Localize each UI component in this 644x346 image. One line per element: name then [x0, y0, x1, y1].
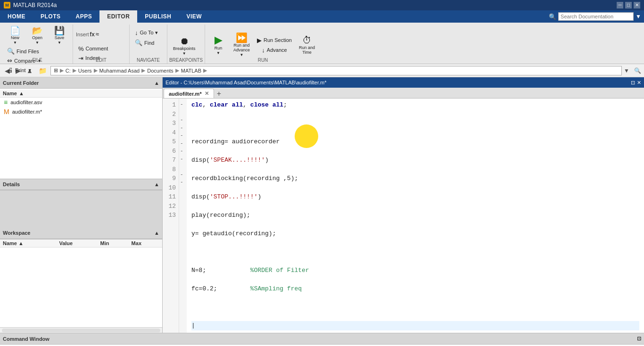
workspace-header: Workspace ▲ — [0, 228, 162, 239]
breadcrumb-documents[interactable]: Documents — [147, 68, 173, 74]
code-editor[interactable]: 1 2 3 4 5 6 7 8 9 10 11 12 13 - — [163, 99, 644, 333]
save-dropdown-icon: ▼ — [58, 41, 61, 45]
file-list-header[interactable]: Name ▲ — [0, 90, 162, 98]
new-button[interactable]: 📄 New ▼ — [5, 25, 25, 47]
close-button[interactable]: ✕ — [634, 2, 640, 8]
search-folder-icon[interactable]: 🔍 — [634, 67, 641, 74]
horizontal-scrollbar[interactable] — [0, 327, 162, 333]
breadcrumb-users[interactable]: Users — [78, 68, 92, 74]
details-header: Details ▲ — [0, 179, 162, 190]
maximize-button[interactable]: □ — [625, 2, 632, 8]
command-window-expand-icon[interactable]: ⊡ — [637, 336, 641, 342]
run-advance-dropdown-icon: ▼ — [240, 53, 244, 57]
command-window: Command Window ⊡ ℹ New to MATLAB? Watch … — [0, 333, 644, 346]
tab-plots[interactable]: PLOTS — [33, 10, 68, 23]
tab-add-button[interactable]: + — [215, 90, 223, 98]
breakpoints-button[interactable]: ⏺ Breakpoints ▼ — [170, 34, 198, 58]
current-folder-expand-icon[interactable]: ▲ — [154, 80, 159, 86]
fx-icon[interactable]: fx — [90, 31, 95, 38]
code-content[interactable]: clc, clear all, close all; recording= au… — [187, 99, 644, 333]
comment-button[interactable]: % Comment — [76, 44, 110, 53]
search-documentation-area: 🔍 ▼ — [549, 10, 644, 23]
tab-view[interactable]: VIEW — [179, 10, 210, 23]
advance-icon: ↓ — [262, 47, 265, 53]
workspace-col-max[interactable]: Max — [129, 239, 162, 247]
save-button[interactable]: 💾 Save ▼ — [49, 25, 70, 47]
tab-apps[interactable]: APPS — [68, 10, 100, 23]
formula-icon[interactable]: ≈ — [96, 31, 99, 38]
find-icon: 🔍 — [135, 40, 142, 46]
ribbon-group-breakpoints: ⏺ Breakpoints ▼ BREAKPOINTS — [167, 25, 205, 64]
list-item[interactable]: ≡ audiofilter.asv — [0, 98, 162, 107]
editor-tab-label: audiofilter.m* — [169, 91, 202, 97]
address-expand-icon[interactable]: ▼ — [624, 67, 629, 74]
minimize-button[interactable]: ─ — [617, 2, 623, 8]
ribbon-edit-top: Insert fx ≈ — [76, 25, 126, 44]
print-dropdown-icon: ▼ — [28, 68, 32, 73]
tab-home[interactable]: HOME — [0, 10, 33, 23]
run-section-icon: ▶ — [257, 37, 262, 43]
ribbon-tabs: HOME PLOTS APPS EDITOR PUBLISH VIEW 🔍 ▼ — [0, 10, 644, 23]
goto-icon: ↓ — [135, 30, 138, 36]
tab-editor[interactable]: EDITOR — [99, 10, 137, 23]
breadcrumb-muhammadasad[interactable]: Muhammad Asad — [99, 68, 140, 74]
main-area: Current Folder ▲ Name ▲ ≡ audiofilter.as… — [0, 77, 644, 333]
search-documentation-input[interactable] — [558, 12, 634, 21]
run-dropdown-icon: ▼ — [216, 51, 220, 55]
workspace-col-name[interactable]: Name ▲ — [0, 239, 56, 247]
editor-undock-icon[interactable]: ⊡ — [631, 80, 635, 86]
code-line-13: | — [191, 321, 639, 330]
title-bar: M MATLAB R2014a ─ □ ✕ — [0, 0, 644, 10]
goto-button[interactable]: ↓ Go To ▾ — [132, 28, 160, 37]
ribbon-file-top: 📄 New ▼ 📂 Open ▼ 💾 Save ▼ — [5, 25, 70, 47]
run-time-button[interactable]: ⏱ Run andTime — [296, 33, 318, 57]
ribbon-group-navigate: ↓ Go To ▾ 🔍 Find NAVIGATE — [130, 25, 167, 64]
run-advance-button[interactable]: ⏩ Run andAdvance ▼ — [231, 31, 253, 59]
comment-icon: % — [78, 46, 84, 52]
editor-close-icon[interactable]: ✕ — [637, 80, 641, 86]
run-time-icon: ⏱ — [302, 35, 312, 45]
file-m-icon: M — [4, 108, 9, 115]
find-files-button[interactable]: 🔍 Find Files — [5, 47, 41, 56]
app-title: M MATLAB R2014a — [4, 2, 57, 8]
ribbon-group-run: ▶ Run ▼ ⏩ Run andAdvance ▼ ▶ Run Section… — [205, 25, 321, 64]
code-line-7: play(recording); — [191, 211, 639, 220]
advance-button[interactable]: ↓ Advance — [255, 46, 294, 55]
workspace-panel: Name ▲ Value Min Max — [0, 239, 162, 328]
code-line-12 — [191, 303, 639, 312]
workspace-expand-icon[interactable]: ▲ — [154, 230, 159, 236]
tab-publish[interactable]: PUBLISH — [137, 10, 179, 23]
open-icon: 📂 — [32, 26, 42, 35]
code-line-3: recording= audiorecorder — [191, 137, 639, 147]
breadcrumb-matlab[interactable]: MATLAB — [181, 68, 201, 74]
code-line-8: y= getaudio(recording); — [191, 229, 639, 239]
tab-close-icon[interactable]: ✕ — [205, 91, 209, 97]
address-bar[interactable]: ⊞ ▶ C: ▶ Users ▶ Muhammad Asad ▶ Documen… — [50, 66, 622, 75]
run-section-button[interactable]: ▶ Run Section — [255, 36, 294, 45]
editor-tab-audiofilter[interactable]: audiofilter.m* ✕ — [164, 89, 214, 98]
code-line-5: recordblocking(recording ,5); — [191, 174, 639, 183]
print-button[interactable]: 🖨 Print ▼ — [5, 66, 34, 74]
app-title-text: MATLAB R2014a — [13, 2, 57, 8]
file-name-col: Name — [3, 91, 17, 96]
workspace-col-value[interactable]: Value — [56, 239, 97, 247]
run-button[interactable]: ▶ Run ▼ — [208, 33, 229, 57]
file-name-asv: audiofilter.asv — [10, 99, 42, 105]
find-files-icon: 🔍 — [7, 48, 15, 54]
sort-arrow: ▲ — [19, 91, 24, 96]
details-expand-icon[interactable]: ▲ — [154, 181, 159, 187]
window-controls[interactable]: ─ □ ✕ — [617, 2, 640, 8]
workspace-col-min[interactable]: Min — [97, 239, 128, 247]
save-icon: 💾 — [54, 26, 65, 35]
find-button[interactable]: 🔍 Find — [132, 38, 157, 47]
code-line-1: clc, clear all, close all; — [191, 100, 639, 110]
ribbon-group-file: 📄 New ▼ 📂 Open ▼ 💾 Save ▼ 🔍 Find Files ⇔ — [2, 25, 73, 64]
workspace-table: Name ▲ Value Min Max — [0, 239, 162, 247]
editor-area: Editor - C:\Users\Muhammad Asad\Document… — [163, 77, 644, 333]
open-button[interactable]: 📂 Open ▼ — [27, 25, 48, 47]
code-line-9 — [191, 247, 639, 257]
list-item[interactable]: M audiofilter.m* — [0, 107, 162, 116]
run-icon: ▶ — [215, 35, 223, 45]
new-icon: 📄 — [10, 26, 20, 35]
search-expand-icon[interactable]: ▼ — [636, 13, 641, 20]
